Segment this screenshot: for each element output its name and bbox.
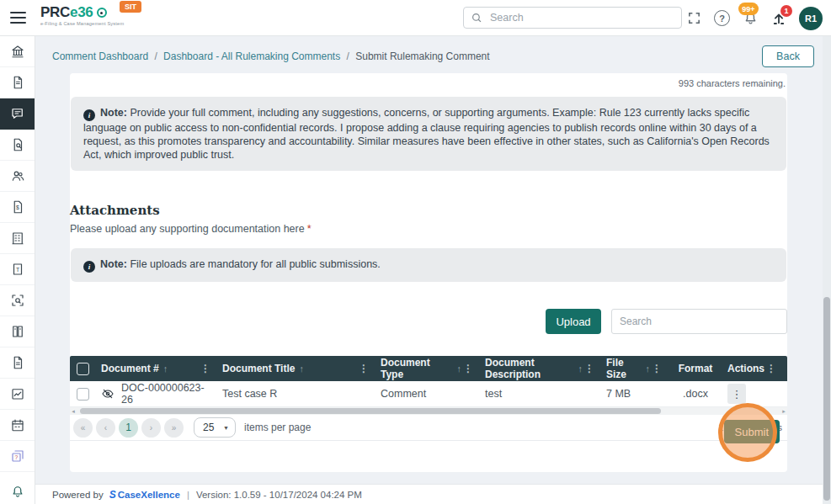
vertical-scroll-thumb[interactable] (823, 297, 830, 501)
column-menu-icon[interactable] (461, 363, 475, 374)
doc-description: test (485, 388, 502, 400)
sidebar-item-report[interactable] (0, 347, 35, 379)
app-logo: PRCe36 e-Filing & Case Management System (40, 5, 124, 27)
upload-button[interactable]: Upload (546, 309, 601, 334)
select-all-checkbox[interactable] (77, 363, 89, 375)
upload-arrow-icon[interactable]: 1 (771, 11, 786, 26)
logo-text-prefix: PRC (40, 4, 70, 20)
page-size-select[interactable]: 25▼ (194, 417, 236, 438)
documents-table: Document # Document Title Document Type … (70, 356, 787, 441)
footer: Powered by S CaseXellence | Version: 1.0… (35, 484, 823, 504)
sidebar-item-invoice[interactable]: $ (0, 192, 35, 223)
svg-text:$: $ (16, 204, 19, 210)
bell-icon (10, 484, 25, 499)
sort-asc-icon[interactable] (163, 363, 168, 374)
col-header-document-title[interactable]: Document Title (217, 356, 376, 381)
scan-search-icon (10, 293, 25, 308)
items-per-page-label: items per page (244, 422, 311, 433)
next-page-button[interactable]: › (141, 418, 161, 438)
doc-number: DOC-000000623-26 (121, 382, 212, 406)
sidebar-item-comments[interactable] (0, 98, 35, 130)
text-document-icon: T (10, 262, 25, 277)
scroll-left-icon[interactable]: ◂ (70, 408, 77, 415)
sidebar-item-users[interactable] (0, 161, 35, 192)
bank-icon (10, 44, 25, 59)
sidebar-item-bank[interactable] (0, 36, 35, 67)
col-header-format[interactable]: Format (669, 356, 722, 381)
submit-button[interactable]: Submit (724, 420, 780, 443)
sidebar-item-help-pages[interactable]: ? (0, 441, 35, 472)
column-menu-icon[interactable] (199, 363, 212, 374)
invoice-icon: $ (10, 199, 25, 215)
sidebar-item-calendar[interactable] (0, 410, 35, 441)
global-search (463, 7, 682, 29)
first-page-button[interactable]: « (73, 418, 93, 438)
svg-text:T: T (15, 267, 19, 273)
sidebar-item-building[interactable] (0, 223, 35, 254)
col-header-document-type[interactable]: Document Type (376, 356, 480, 381)
note-label: Note: (100, 107, 127, 119)
upload-count-badge: 1 (780, 5, 792, 17)
report-icon (10, 355, 25, 370)
column-menu-icon[interactable] (650, 363, 663, 374)
user-avatar[interactable]: R1 (799, 7, 823, 30)
info-icon (83, 261, 95, 273)
table-horizontal-scrollbar[interactable]: ◂ ▸ (70, 407, 787, 415)
col-header-overflow (775, 356, 787, 381)
column-menu-icon[interactable] (357, 363, 370, 374)
horizontal-scroll-thumb[interactable] (80, 408, 661, 414)
help-icon[interactable]: ? (714, 10, 730, 26)
col-header-file-size[interactable]: File Size (601, 356, 669, 381)
sidebar-item-scan-search[interactable] (0, 285, 35, 316)
info-icon (83, 109, 95, 121)
col-header-actions[interactable]: Actions (722, 356, 775, 381)
hamburger-menu-icon[interactable] (10, 12, 26, 24)
breadcrumb-link-comment-dashboard[interactable]: Comment Dashboard (52, 50, 148, 62)
row-actions-menu-button[interactable] (727, 384, 746, 404)
attachments-title: Attachments (70, 203, 787, 218)
col-header-document-number[interactable]: Document # (96, 356, 217, 381)
logo-tagline: e-Filing & Case Management System (40, 22, 124, 27)
doc-title: Test case R (222, 388, 277, 400)
sidebar-item-document[interactable] (0, 67, 35, 98)
table-search-input[interactable] (611, 309, 787, 334)
footer-separator: | (187, 490, 189, 500)
prev-page-button[interactable]: ‹ (96, 418, 115, 438)
logo-text-suffix: e36 (70, 4, 93, 20)
breadcrumb-current: Submit Rulemaking Comment (355, 50, 489, 62)
select-all-cell (70, 356, 96, 381)
eye-off-icon[interactable] (101, 387, 115, 401)
footer-brand: CaseXellence (118, 490, 180, 500)
column-menu-icon[interactable] (583, 363, 596, 374)
sort-asc-icon[interactable] (299, 363, 304, 374)
note-text: Provide your full comment, including any… (83, 107, 770, 161)
notifications-bell-icon[interactable]: 99+ (743, 10, 759, 26)
back-button[interactable]: Back (762, 45, 814, 67)
fullscreen-icon[interactable] (687, 11, 701, 25)
table-row: DOC-000000623-26 Test case R Comment tes… (70, 381, 787, 407)
logo-spiral-icon (97, 8, 107, 18)
sidebar-item-file-search[interactable] (0, 130, 35, 161)
global-search-input[interactable] (488, 11, 674, 24)
powered-by-label: Powered by (52, 490, 104, 500)
sidebar-item-alerts[interactable] (0, 480, 35, 502)
sidebar-item-ledger[interactable] (0, 316, 35, 347)
scroll-right-icon[interactable]: ▸ (780, 408, 787, 415)
row-checkbox[interactable] (77, 388, 89, 401)
page-scrollbar[interactable] (823, 36, 831, 504)
chevron-down-icon: ▼ (223, 425, 229, 431)
note-label: Note: (100, 258, 127, 270)
table-toolbar: Upload (70, 309, 787, 334)
sidebar-item-text-document[interactable]: T (0, 254, 35, 285)
required-asterisk: * (307, 223, 312, 235)
last-page-button[interactable]: » (164, 418, 184, 438)
sidebar-item-chart[interactable] (0, 379, 35, 410)
current-page-button[interactable]: 1 (119, 418, 138, 438)
form-card: 993 characters remaining. Note: Provide … (70, 73, 787, 472)
col-header-document-description[interactable]: Document Description (480, 356, 601, 381)
note-text: File uploads are mandatory for all publi… (130, 258, 380, 270)
breadcrumb-link-all-rulemaking-comments[interactable]: Dashboard - All Rulemaking Comments (163, 50, 340, 62)
users-icon (10, 168, 25, 183)
chart-icon (10, 386, 25, 401)
building-icon (10, 231, 25, 246)
